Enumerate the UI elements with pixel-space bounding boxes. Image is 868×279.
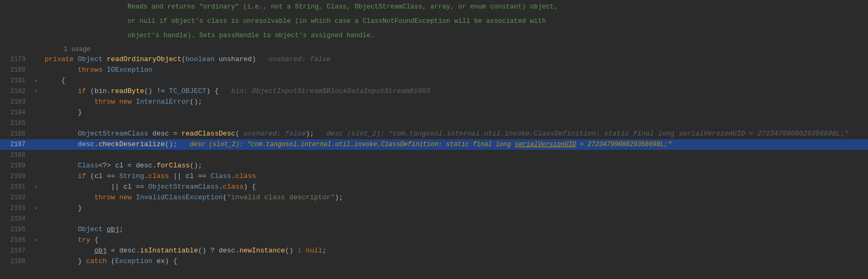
fold-gutter-2196: ▾ xyxy=(32,235,40,246)
fold-gutter-2181: ▾ xyxy=(32,75,40,86)
line-number-2182: 2182 xyxy=(0,86,32,97)
doc-comment-block: Reads and returns "ordinary" (i.e., not … xyxy=(0,0,868,44)
line-number-2195: 2195 xyxy=(0,224,32,235)
code-content-2198: } catch (Exception ex) { xyxy=(40,256,868,267)
doc-line-2: or null if object's class is unresolvabl… xyxy=(64,14,868,29)
line-number-2181: 2181 xyxy=(0,75,32,86)
fold-gutter-2195 xyxy=(32,224,40,235)
line-number-2180: 2180 xyxy=(0,65,32,75)
code-line-2187: 2187 desc.checkDeserialize(); desc (slot… xyxy=(0,139,868,150)
line-number-2189: 2189 xyxy=(0,160,32,171)
code-content-2186: ObjectStreamClass desc = readClassDesc( … xyxy=(40,129,868,139)
code-area[interactable]: 2179 private Object readOrdinaryObject(b… xyxy=(0,54,868,279)
code-content-2193: } xyxy=(40,203,868,214)
code-line-2198: 2198 } catch (Exception ex) { xyxy=(0,256,868,267)
doc-line-1: Reads and returns "ordinary" (i.e., not … xyxy=(64,0,868,14)
code-line-2197: 2197 obj = desc.isInstantiable() ? desc.… xyxy=(0,246,868,256)
code-content-2196: try { xyxy=(40,235,868,246)
fold-gutter-2182: ▾ xyxy=(32,86,40,97)
code-content-2180: throws IOException xyxy=(40,65,868,75)
code-line-2184: 2184 } xyxy=(0,107,868,118)
code-line-2188: 2188 xyxy=(0,150,868,160)
line-number-2185: 2185 xyxy=(0,118,32,129)
code-content-2190: if (cl == String.class || cl == Class.cl… xyxy=(40,171,868,182)
code-line-2194: 2194 xyxy=(0,214,868,224)
fold-gutter-2186 xyxy=(32,129,40,139)
code-line-2192: 2192 throw new InvalidClassException("in… xyxy=(0,192,868,203)
code-line-2182: 2182 ▾ if (bin.readByte() != TC_OBJECT) … xyxy=(0,86,868,97)
fold-gutter-2194 xyxy=(32,214,40,224)
line-number-2196: 2196 xyxy=(0,235,32,246)
code-content-2192: throw new InvalidClassException("invalid… xyxy=(40,192,868,203)
code-content-2188 xyxy=(40,150,868,160)
code-line-2181: 2181 ▾ { xyxy=(0,75,868,86)
line-number-2187: 2187 xyxy=(0,139,32,150)
fold-gutter-2184 xyxy=(32,107,40,118)
fold-gutter-2180 xyxy=(32,65,40,75)
code-content-2195: Object obj; xyxy=(40,224,868,235)
fold-gutter-2198 xyxy=(32,256,40,267)
code-line-2180: 2180 throws IOException xyxy=(0,65,868,75)
doc-line-3: object's handle). Sets passHandle to obj… xyxy=(64,29,868,43)
line-number-2192: 2192 xyxy=(0,192,32,203)
code-line-2183: 2183 throw new InternalError(); xyxy=(0,97,868,107)
fold-gutter-2179 xyxy=(32,54,40,65)
line-number-2191: 2191 xyxy=(0,182,32,192)
code-line-2195: 2195 Object obj; xyxy=(0,224,868,235)
fold-gutter-2188 xyxy=(32,150,40,160)
code-line-2186: 2186 ObjectStreamClass desc = readClassD… xyxy=(0,129,868,139)
line-number-2188: 2188 xyxy=(0,150,32,160)
fold-gutter-2183 xyxy=(32,97,40,107)
code-content-2189: Class<?> cl = desc.forClass(); xyxy=(40,160,868,171)
line-number-2198: 2198 xyxy=(0,256,32,267)
code-line-2196: 2196 ▾ try { xyxy=(0,235,868,246)
code-line-2189: 2189 Class<?> cl = desc.forClass(); xyxy=(0,160,868,171)
editor-container: Reads and returns "ordinary" (i.e., not … xyxy=(0,0,868,279)
code-line-2190: 2190 if (cl == String.class || cl == Cla… xyxy=(0,171,868,182)
line-number-2186: 2186 xyxy=(0,129,32,139)
code-content-2184: } xyxy=(40,107,868,118)
fold-gutter-2197 xyxy=(32,246,40,256)
code-content-2185 xyxy=(40,118,868,129)
code-content-2187: desc.checkDeserialize(); desc (slot_2): … xyxy=(40,139,868,150)
code-line-2193: 2193 ▾ } xyxy=(0,203,868,214)
code-content-2182: if (bin.readByte() != TC_OBJECT) { bin: … xyxy=(40,86,868,97)
code-line-2179: 2179 private Object readOrdinaryObject(b… xyxy=(0,54,868,65)
code-line-2185: 2185 xyxy=(0,118,868,129)
code-content-2179: private Object readOrdinaryObject(boolea… xyxy=(40,54,868,65)
code-content-2191: || cl == ObjectStreamClass.class) { xyxy=(40,182,868,192)
line-number-2183: 2183 xyxy=(0,97,32,107)
line-number-2179: 2179 xyxy=(0,54,32,65)
line-number-2194: 2194 xyxy=(0,214,32,224)
fold-gutter-2185 xyxy=(32,118,40,129)
code-line-2191: 2191 ▾ || cl == ObjectStreamClass.class)… xyxy=(0,182,868,192)
code-content-2183: throw new InternalError(); xyxy=(40,97,868,107)
fold-gutter-2189 xyxy=(32,160,40,171)
line-number-2190: 2190 xyxy=(0,171,32,182)
code-content-2181: { xyxy=(40,75,868,86)
usage-count: 1 usage xyxy=(64,46,90,53)
fold-gutter-2193: ▾ xyxy=(32,203,40,214)
fold-gutter-2187 xyxy=(32,139,40,150)
line-number-2193: 2193 xyxy=(0,203,32,214)
fold-gutter-2191: ▾ xyxy=(32,182,40,192)
usage-line: 1 usage xyxy=(0,44,868,54)
fold-gutter-2192 xyxy=(32,192,40,203)
fold-gutter-2190 xyxy=(32,171,40,182)
line-number-2197: 2197 xyxy=(0,246,32,256)
code-content-2194 xyxy=(40,214,868,224)
code-content-2197: obj = desc.isInstantiable() ? desc.newIn… xyxy=(40,246,868,256)
line-number-2184: 2184 xyxy=(0,107,32,118)
